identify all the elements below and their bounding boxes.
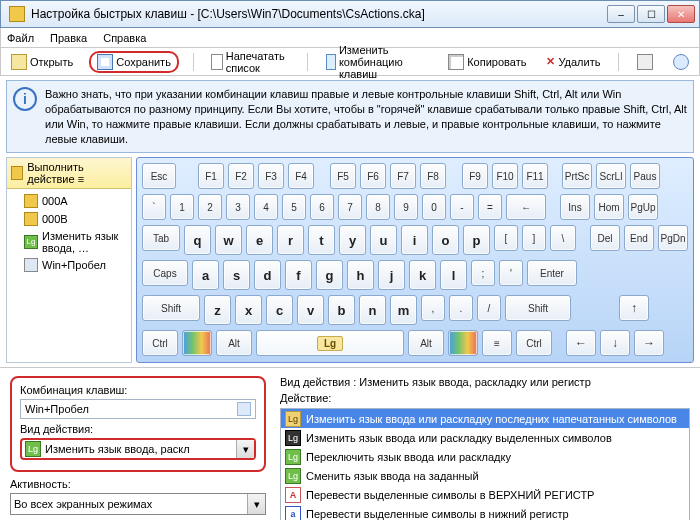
close-button[interactable]: ✕ bbox=[667, 5, 695, 23]
key-g[interactable]: g bbox=[316, 260, 343, 290]
key-end[interactable]: End bbox=[624, 225, 654, 251]
key-rwin[interactable] bbox=[448, 330, 478, 356]
menu-file[interactable]: Файл bbox=[7, 32, 34, 44]
tree-item-000a[interactable]: 000A bbox=[10, 192, 128, 210]
key-8[interactable]: 8 bbox=[366, 194, 390, 220]
tree-item-lang[interactable]: LgИзменить язык ввода, … bbox=[10, 228, 128, 256]
key-f10[interactable]: F10 bbox=[492, 163, 518, 189]
key-d[interactable]: d bbox=[254, 260, 281, 290]
edit-combo-button[interactable]: Изменить комбинацию клавиш bbox=[322, 42, 432, 82]
key-lwin[interactable] bbox=[182, 330, 212, 356]
action-list[interactable]: LgИзменить язык ввода или раскладку посл… bbox=[280, 408, 690, 520]
key-6[interactable]: 6 bbox=[310, 194, 334, 220]
key-backspace[interactable]: ← bbox=[506, 194, 546, 220]
key-c[interactable]: c bbox=[266, 295, 293, 325]
key-rctrl[interactable]: Ctrl bbox=[516, 330, 552, 356]
key-prtsc[interactable]: PrtSc bbox=[562, 163, 592, 189]
action-row[interactable]: LgСменить язык ввода на заданный bbox=[281, 466, 689, 485]
key-pgup[interactable]: PgUp bbox=[628, 194, 658, 220]
help-button[interactable] bbox=[669, 52, 693, 72]
key-9[interactable]: 9 bbox=[394, 194, 418, 220]
key-l[interactable]: l bbox=[440, 260, 467, 290]
save-button[interactable]: Сохранить bbox=[89, 51, 179, 73]
key-f3[interactable]: F3 bbox=[258, 163, 284, 189]
key-f2[interactable]: F2 bbox=[228, 163, 254, 189]
key-lalt[interactable]: Alt bbox=[216, 330, 252, 356]
key-rshift[interactable]: Shift bbox=[505, 295, 571, 321]
tree-item-000b[interactable]: 000B bbox=[10, 210, 128, 228]
minimize-button[interactable]: – bbox=[607, 5, 635, 23]
key-esc[interactable]: Esc bbox=[142, 163, 176, 189]
print-button[interactable]: Напечатать список bbox=[207, 48, 293, 76]
key-slash[interactable]: / bbox=[477, 295, 501, 321]
key-apostrophe[interactable]: ' bbox=[499, 260, 523, 286]
key-u[interactable]: u bbox=[370, 225, 397, 255]
key-f11[interactable]: F11 bbox=[522, 163, 548, 189]
key-q[interactable]: q bbox=[184, 225, 211, 255]
tree-item-hotkey[interactable]: Win+Пробел bbox=[10, 256, 128, 274]
key-f6[interactable]: F6 bbox=[360, 163, 386, 189]
key-z[interactable]: z bbox=[204, 295, 231, 325]
copy-button[interactable]: Копировать bbox=[444, 52, 530, 72]
key-menu[interactable]: ≡ bbox=[482, 330, 512, 356]
key-enter[interactable]: Enter bbox=[527, 260, 577, 286]
action-type-combo[interactable]: Lg Изменить язык ввода, раскл ▾ bbox=[20, 438, 256, 460]
key-f[interactable]: f bbox=[285, 260, 312, 290]
key-bslash[interactable]: \ bbox=[550, 225, 576, 251]
activity-combo[interactable]: Во всех экранных режимах▾ bbox=[10, 493, 266, 515]
key-del[interactable]: Del bbox=[590, 225, 620, 251]
key-0[interactable]: 0 bbox=[422, 194, 446, 220]
key-2[interactable]: 2 bbox=[198, 194, 222, 220]
key-1[interactable]: 1 bbox=[170, 194, 194, 220]
combo-input[interactable]: Win+Пробел bbox=[20, 399, 256, 419]
maximize-button[interactable]: ☐ bbox=[637, 5, 665, 23]
key-rbracket[interactable]: ] bbox=[522, 225, 546, 251]
key-f9[interactable]: F9 bbox=[462, 163, 488, 189]
menu-edit[interactable]: Правка bbox=[50, 32, 87, 44]
key-m[interactable]: m bbox=[390, 295, 417, 325]
delete-button[interactable]: ✕Удалить bbox=[542, 53, 604, 70]
action-row[interactable]: AПеревести выделенные символы в ВЕРХНИЙ … bbox=[281, 485, 689, 504]
key-x[interactable]: x bbox=[235, 295, 262, 325]
action-row[interactable]: LgИзменить язык ввода или раскладку посл… bbox=[281, 409, 689, 428]
key-f5[interactable]: F5 bbox=[330, 163, 356, 189]
key-semicolon[interactable]: ; bbox=[471, 260, 495, 286]
action-row[interactable]: LgПереключить язык ввода или раскладку bbox=[281, 447, 689, 466]
menu-help[interactable]: Справка bbox=[103, 32, 146, 44]
key-minus[interactable]: - bbox=[450, 194, 474, 220]
key-pause[interactable]: Paus bbox=[630, 163, 660, 189]
action-tree[interactable]: Выполнить действие ≡ 000A 000B LgИзменит… bbox=[6, 157, 132, 363]
key-b[interactable]: b bbox=[328, 295, 355, 325]
key-h[interactable]: h bbox=[347, 260, 374, 290]
key-j[interactable]: j bbox=[378, 260, 405, 290]
key-v[interactable]: v bbox=[297, 295, 324, 325]
key-r[interactable]: r bbox=[277, 225, 304, 255]
key-left[interactable]: ← bbox=[566, 330, 596, 356]
key-e[interactable]: e bbox=[246, 225, 273, 255]
key-comma[interactable]: , bbox=[421, 295, 445, 321]
key-pgdn[interactable]: PgDn bbox=[658, 225, 688, 251]
key-t[interactable]: t bbox=[308, 225, 335, 255]
key-up[interactable]: ↑ bbox=[619, 295, 649, 321]
key-tab[interactable]: Tab bbox=[142, 225, 180, 251]
key-7[interactable]: 7 bbox=[338, 194, 362, 220]
action-row[interactable]: aПеревести выделенные символы в нижний р… bbox=[281, 504, 689, 520]
open-button[interactable]: Открыть bbox=[7, 52, 77, 72]
key-3[interactable]: 3 bbox=[226, 194, 250, 220]
key-ralt[interactable]: Alt bbox=[408, 330, 444, 356]
toolbar-extra-1[interactable] bbox=[633, 52, 657, 72]
key-k[interactable]: k bbox=[409, 260, 436, 290]
key-lbracket[interactable]: [ bbox=[494, 225, 518, 251]
key-down[interactable]: ↓ bbox=[600, 330, 630, 356]
key-n[interactable]: n bbox=[359, 295, 386, 325]
key-4[interactable]: 4 bbox=[254, 194, 278, 220]
key-f4[interactable]: F4 bbox=[288, 163, 314, 189]
action-row[interactable]: LgИзменить язык ввода или раскладку выде… bbox=[281, 428, 689, 447]
key-right[interactable]: → bbox=[634, 330, 664, 356]
key-eq[interactable]: = bbox=[478, 194, 502, 220]
key-scrll[interactable]: ScrLl bbox=[596, 163, 626, 189]
key-f7[interactable]: F7 bbox=[390, 163, 416, 189]
key-s[interactable]: s bbox=[223, 260, 250, 290]
key-y[interactable]: y bbox=[339, 225, 366, 255]
key-i[interactable]: i bbox=[401, 225, 428, 255]
